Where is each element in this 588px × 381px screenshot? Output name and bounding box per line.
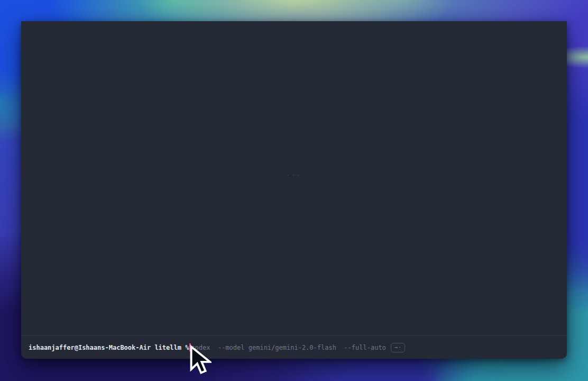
terminal-window[interactable]: ··· ishaanjaffer@Ishaans-MacBook-Airlite…	[21, 21, 567, 359]
prompt-user-host: ishaanjaffer@Ishaans-MacBook-Air	[29, 344, 151, 351]
desktop-wallpaper: ··· ishaanjaffer@Ishaans-MacBook-Airlite…	[0, 0, 588, 381]
terminal-prompt-row[interactable]: ishaanjaffer@Ishaans-MacBook-Airlitellm%…	[21, 335, 567, 359]
accept-suggestion-badge-label: →·	[394, 344, 401, 350]
terminal-scrollback: ···	[21, 21, 567, 335]
accept-suggestion-badge[interactable]: →·	[391, 343, 405, 352]
prompt-symbol: %	[185, 344, 189, 351]
prompt-directory: litellm	[154, 344, 181, 351]
terminal-faint-ellipsis: ···	[286, 171, 302, 179]
autosuggestion-text: codex --model gemini/gemini-2.0-flash --…	[191, 344, 385, 351]
